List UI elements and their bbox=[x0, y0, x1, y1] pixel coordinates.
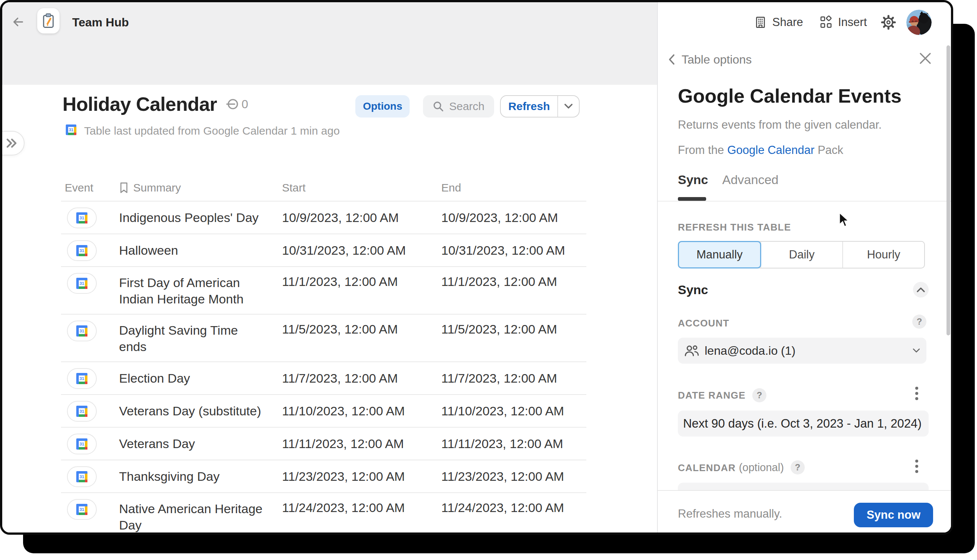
back-arrow-button[interactable] bbox=[12, 16, 25, 28]
link-icon[interactable] bbox=[225, 97, 239, 111]
table-row[interactable]: 31 Halloween 10/31/2023, 12:00 AM 10/31/… bbox=[61, 234, 586, 267]
options-button[interactable]: Options bbox=[355, 95, 410, 118]
start-cell[interactable]: 11/23/2023, 12:00 AM bbox=[279, 460, 430, 492]
insert-label: Insert bbox=[838, 16, 867, 29]
panel-scrollbar[interactable] bbox=[947, 45, 950, 335]
share-building-icon bbox=[754, 16, 767, 29]
calendar-help-icon[interactable]: ? bbox=[791, 460, 805, 475]
start-cell[interactable]: 11/1/2023, 12:00 AM bbox=[279, 267, 430, 314]
tab-sync[interactable]: Sync bbox=[678, 173, 708, 187]
search-label: Search bbox=[449, 100, 484, 113]
tab-advanced[interactable]: Advanced bbox=[722, 173, 778, 187]
link-count: 0 bbox=[241, 97, 248, 111]
workspace-title: Team Hub bbox=[72, 16, 129, 29]
calendar-menu-icon[interactable] bbox=[915, 460, 919, 473]
start-cell[interactable]: 11/5/2023, 12:00 AM bbox=[279, 315, 430, 362]
end-cell[interactable]: 10/31/2023, 12:00 AM bbox=[430, 234, 586, 266]
account-help-icon[interactable]: ? bbox=[912, 315, 927, 329]
event-cell[interactable]: 31 bbox=[61, 493, 119, 535]
end-cell[interactable]: 10/9/2023, 12:00 AM bbox=[430, 202, 586, 233]
event-cell[interactable]: 31 bbox=[61, 267, 119, 314]
summary-cell[interactable]: Veterans Day (substitute) bbox=[119, 395, 279, 427]
google-calendar-icon: 31 bbox=[67, 273, 97, 294]
refresh-option-daily[interactable]: Daily bbox=[760, 242, 842, 268]
holiday-table: Event Summary Start End 31 Indigenous Pe… bbox=[61, 175, 586, 535]
refresh-split-button[interactable]: Refresh bbox=[500, 95, 580, 118]
svg-text:31: 31 bbox=[80, 248, 84, 253]
refresh-dropdown-button[interactable] bbox=[558, 96, 579, 117]
table-row[interactable]: 31 Thanksgiving Day 11/23/2023, 12:00 AM… bbox=[61, 460, 586, 493]
end-cell[interactable]: 11/11/2023, 12:00 AM bbox=[430, 428, 586, 460]
start-cell[interactable]: 10/9/2023, 12:00 AM bbox=[279, 202, 430, 233]
svg-text:31: 31 bbox=[69, 127, 73, 132]
table-row[interactable]: 31 Daylight Saving Time ends 11/5/2023, … bbox=[61, 315, 586, 362]
table-row[interactable]: 31 Veterans Day (substitute) 11/10/2023,… bbox=[61, 395, 586, 428]
table-options-panel: Share Insert bbox=[657, 2, 951, 532]
collapse-sync-button[interactable] bbox=[913, 282, 929, 297]
search-button[interactable]: Search bbox=[423, 95, 494, 118]
calendar-label: CALENDAR (optional) bbox=[678, 462, 784, 474]
column-header-end[interactable]: End bbox=[430, 175, 586, 201]
insert-button[interactable]: Insert bbox=[819, 16, 867, 29]
refresh-option-manually[interactable]: Manually bbox=[678, 241, 761, 268]
summary-cell[interactable]: Halloween bbox=[119, 234, 279, 266]
refresh-option-hourly[interactable]: Hourly bbox=[842, 242, 924, 268]
summary-cell[interactable]: Thanksgiving Day bbox=[119, 460, 279, 492]
event-cell[interactable]: 31 bbox=[61, 202, 119, 233]
end-cell[interactable]: 11/23/2023, 12:00 AM bbox=[430, 460, 586, 492]
event-cell[interactable]: 31 bbox=[61, 315, 119, 362]
event-cell[interactable]: 31 bbox=[61, 460, 119, 492]
table-row[interactable]: 31 Indigenous Peoples' Day 10/9/2023, 12… bbox=[61, 202, 586, 234]
page-title: Holiday Calendar bbox=[62, 93, 217, 115]
chevron-down-icon bbox=[564, 103, 573, 109]
gear-icon[interactable] bbox=[881, 15, 896, 30]
start-cell[interactable]: 11/24/2023, 12:00 AM bbox=[279, 493, 430, 535]
date-range-help-icon[interactable]: ? bbox=[752, 388, 767, 402]
end-cell[interactable]: 11/5/2023, 12:00 AM bbox=[430, 315, 586, 362]
sync-status-line: 31 Table last updated from Google Calend… bbox=[65, 123, 340, 139]
sync-now-button[interactable]: Sync now bbox=[854, 503, 933, 527]
share-button[interactable]: Share bbox=[754, 16, 803, 29]
start-cell[interactable]: 11/7/2023, 12:00 AM bbox=[279, 362, 430, 394]
column-header-event[interactable]: Event bbox=[61, 175, 119, 201]
sync-status-text: Table last updated from Google Calendar … bbox=[84, 125, 340, 137]
date-range-input[interactable]: Next 90 days (i.e. Oct 3, 2023 - Jan 1, … bbox=[678, 410, 929, 437]
table-row[interactable]: 31 Election Day 11/7/2023, 12:00 AM 11/7… bbox=[61, 362, 586, 395]
date-range-menu-icon[interactable] bbox=[915, 387, 919, 400]
column-header-summary[interactable]: Summary bbox=[119, 175, 279, 201]
table-row[interactable]: 31 Native American Heritage Day 11/24/20… bbox=[61, 493, 586, 535]
pack-link[interactable]: Google Calendar bbox=[727, 143, 814, 157]
summary-cell[interactable]: Indigenous Peoples' Day bbox=[119, 202, 279, 233]
column-header-start[interactable]: Start bbox=[279, 175, 430, 201]
search-icon bbox=[433, 101, 444, 112]
avatar[interactable] bbox=[906, 10, 932, 35]
table-row[interactable]: 31 First Day of American Indian Heritage… bbox=[61, 267, 586, 315]
expand-sidebar-button[interactable] bbox=[0, 131, 25, 155]
end-cell[interactable]: 11/10/2023, 12:00 AM bbox=[430, 395, 586, 427]
start-cell[interactable]: 11/10/2023, 12:00 AM bbox=[279, 395, 430, 427]
summary-cell[interactable]: First Day of American Indian Heritage Mo… bbox=[119, 267, 279, 314]
start-cell[interactable]: 10/31/2023, 12:00 AM bbox=[279, 234, 430, 266]
close-icon[interactable] bbox=[919, 52, 932, 65]
end-cell[interactable]: 11/7/2023, 12:00 AM bbox=[430, 362, 586, 394]
summary-cell[interactable]: Daylight Saving Time ends bbox=[119, 315, 279, 362]
event-cell[interactable]: 31 bbox=[61, 234, 119, 266]
doc-icon[interactable] bbox=[37, 8, 60, 33]
summary-cell[interactable]: Veterans Day bbox=[119, 428, 279, 460]
people-icon bbox=[684, 345, 700, 357]
event-cell[interactable]: 31 bbox=[61, 362, 119, 394]
end-cell[interactable]: 11/24/2023, 12:00 AM bbox=[430, 493, 586, 535]
account-select[interactable]: lena@coda.io (1) bbox=[678, 338, 927, 364]
summary-cell[interactable]: Native American Heritage Day bbox=[119, 493, 279, 535]
end-cell[interactable]: 11/1/2023, 12:00 AM bbox=[430, 267, 586, 314]
summary-cell[interactable]: Election Day bbox=[119, 362, 279, 394]
refresh-button[interactable]: Refresh bbox=[501, 96, 557, 117]
start-cell[interactable]: 11/11/2023, 12:00 AM bbox=[279, 428, 430, 460]
panel-header-label: Table options bbox=[681, 53, 752, 67]
google-calendar-icon: 31 bbox=[65, 123, 77, 139]
table-row[interactable]: 31 Veterans Day 11/11/2023, 12:00 AM 11/… bbox=[61, 428, 586, 460]
google-calendar-icon: 31 bbox=[67, 401, 97, 422]
event-cell[interactable]: 31 bbox=[61, 428, 119, 460]
panel-back-header[interactable]: Table options bbox=[668, 51, 752, 68]
event-cell[interactable]: 31 bbox=[61, 395, 119, 427]
